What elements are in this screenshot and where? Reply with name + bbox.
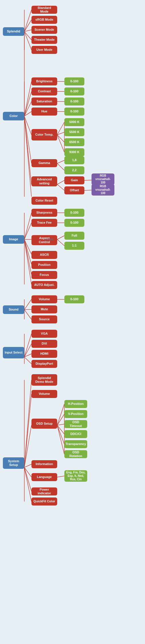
svg-line-68: [57, 476, 64, 477]
svg-line-32: [24, 223, 31, 239]
image-node[interactable]: Image: [3, 235, 24, 244]
svg-line-63: [57, 424, 64, 425]
srgb-mode-node[interactable]: sRGB Mode: [31, 16, 57, 24]
trace-fee-node[interactable]: Trace Fee: [31, 219, 57, 227]
svg-line-54: [24, 394, 31, 467]
gain-node[interactable]: Gain: [64, 176, 84, 184]
splendid-demo-node[interactable]: Splendid Demo Mode: [31, 374, 57, 386]
focus-node[interactable]: Focus: [31, 271, 57, 279]
svg-line-59: [24, 467, 31, 501]
power-indicator-node[interactable]: Power indicator: [31, 487, 57, 495]
svg-line-51: [24, 357, 31, 364]
svg-line-8: [24, 91, 31, 116]
offset-node[interactable]: Offset: [64, 186, 84, 194]
sound-node[interactable]: Sound: [3, 305, 24, 314]
source-node[interactable]: Source: [31, 315, 57, 323]
svg-line-7: [24, 81, 31, 116]
svg-line-28: [57, 184, 64, 190]
contrast-val-node: 0-100: [64, 87, 84, 95]
sharpness-node[interactable]: Sharpness: [31, 209, 57, 217]
language-val-node: Eng, Fra, Deu, Esp, It, Ned, Rus, Cin: [64, 470, 87, 482]
hue-node[interactable]: Hue: [31, 108, 57, 116]
svg-line-9: [24, 102, 31, 116]
volume-node[interactable]: Volume: [31, 295, 57, 303]
svg-line-4: [24, 32, 31, 50]
saturation-val-node: 0-100: [64, 97, 84, 106]
color-node[interactable]: Color: [3, 112, 24, 120]
color-temp-node[interactable]: Color Temp.: [31, 129, 57, 140]
advanced-setting-node[interactable]: Advanced setting: [31, 176, 57, 186]
connector-lines: [0, 0, 145, 644]
svg-line-31: [24, 213, 31, 239]
scener-mode-node[interactable]: Scener Mode: [31, 26, 57, 34]
svg-line-43: [24, 299, 31, 310]
sys-volume-node[interactable]: Volume: [31, 390, 57, 398]
svg-line-64: [57, 425, 64, 434]
svg-line-2: [24, 30, 31, 32]
color-reset-node[interactable]: Color Reset: [31, 197, 57, 205]
dvi-node[interactable]: DVI: [31, 340, 57, 348]
osd-setup-node[interactable]: OSD Setup: [31, 419, 57, 429]
standard-mode-node[interactable]: Standard Mode: [31, 6, 57, 14]
svg-line-56: [24, 464, 31, 467]
svg-line-53: [24, 380, 31, 467]
vga-node[interactable]: VGA: [31, 330, 57, 338]
user-mode-node[interactable]: User Mode: [31, 46, 57, 54]
sharpness-val-node: 0-100: [64, 209, 84, 217]
quickfit-color-node[interactable]: QuickFit Color: [31, 497, 57, 506]
auto-adjust-node[interactable]: AUTO Adjust.: [31, 281, 57, 289]
input-select-node[interactable]: Input Select: [3, 347, 24, 358]
svg-line-61: [57, 404, 64, 425]
theater-mode-node[interactable]: Theater Mode: [31, 36, 57, 44]
aspect-11-node: 1:1: [64, 242, 84, 250]
svg-line-10: [24, 112, 31, 116]
svg-line-29: [84, 180, 92, 180]
svg-line-41: [57, 236, 64, 239]
ddc-ci-node: DDC/CI: [64, 430, 87, 438]
gain-val-node: RGB vrozsahu0-100: [92, 173, 114, 185]
svg-line-49: [24, 344, 31, 357]
hdmi-node[interactable]: HDMI: [31, 350, 57, 358]
contrast-node[interactable]: Contrast: [31, 87, 57, 95]
brightness-node[interactable]: Brightness: [31, 77, 57, 85]
ct-5000-node: 5000 K: [64, 118, 84, 126]
svg-line-14: [24, 116, 31, 197]
svg-line-48: [24, 334, 31, 357]
gamma-node[interactable]: Gamma: [31, 159, 57, 167]
watermark: ROWA: [44, 238, 53, 241]
svg-line-65: [57, 425, 64, 444]
ascr-node[interactable]: ASCR: [31, 251, 57, 259]
svg-line-55: [24, 425, 31, 467]
svg-line-58: [24, 467, 31, 491]
osd-rotation-node: OSD Rotation: [64, 450, 87, 458]
svg-line-66: [57, 425, 64, 454]
svg-line-23: [57, 135, 64, 152]
splendid-node[interactable]: Splendid: [3, 27, 24, 36]
v-position-node: V-Position: [64, 410, 87, 418]
svg-line-0: [24, 10, 31, 32]
language-node[interactable]: Language: [31, 473, 57, 481]
ct-5500-node: 5500 K: [64, 128, 84, 136]
mute-node[interactable]: Mute: [31, 305, 57, 313]
svg-line-25: [57, 160, 64, 163]
svg-line-20: [57, 122, 64, 135]
ct-6500-node: 6500 K: [64, 138, 84, 146]
svg-line-11: [24, 116, 31, 135]
svg-line-26: [57, 163, 64, 170]
svg-line-22: [57, 135, 64, 142]
svg-line-12: [24, 116, 31, 163]
svg-line-36: [24, 239, 31, 274]
saturation-node[interactable]: Saturation: [31, 97, 57, 106]
trace-fee-val-node: 0-100: [64, 219, 84, 227]
gamma-22-node: 2,2: [64, 166, 84, 174]
svg-line-34: [24, 239, 31, 254]
transparency-node: Transparency: [64, 440, 87, 448]
position-node[interactable]: Position: [31, 261, 57, 269]
aspect-full-node: Full: [64, 232, 84, 240]
brightness-val-node: 0-100: [64, 77, 84, 85]
system-setup-node[interactable]: System Setup: [3, 457, 24, 469]
information-node[interactable]: Information: [31, 460, 57, 468]
ct-9300-node: 9300 K: [64, 148, 84, 156]
svg-line-45: [24, 310, 31, 319]
displayport-node[interactable]: DisplayPort: [31, 360, 57, 368]
